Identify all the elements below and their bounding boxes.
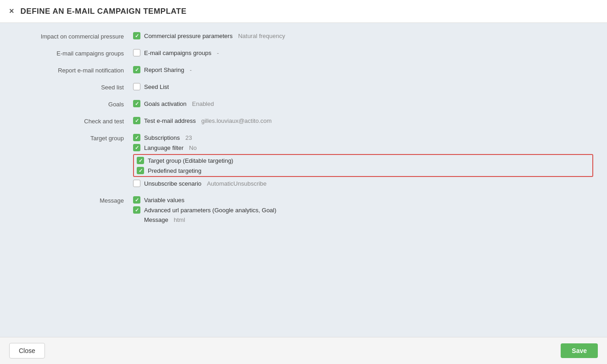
item-value: - bbox=[217, 50, 219, 56]
item-label: Variable values bbox=[144, 197, 184, 204]
item-label: Target group (Editable targeting) bbox=[148, 157, 233, 164]
modal-title: DEFINE AN E-MAIL CAMPAIGN TEMPLATE bbox=[21, 7, 187, 16]
item-label: Language filter bbox=[144, 144, 184, 151]
form-content: Subscriptions23Language filterNoTarget g… bbox=[133, 134, 593, 187]
checkbox-checked[interactable] bbox=[133, 134, 140, 141]
item-label: Message bbox=[144, 216, 168, 223]
item-value: Natural frequency bbox=[238, 33, 285, 39]
form-row: Check and testTest e-mail addressgilles.… bbox=[14, 112, 593, 129]
item-label: Subscriptions bbox=[144, 134, 180, 141]
checkbox-unchecked[interactable] bbox=[133, 83, 140, 90]
form-label: Target group bbox=[14, 134, 133, 142]
item-value: Enabled bbox=[192, 100, 214, 107]
form-label: Goals bbox=[14, 100, 133, 108]
item-value: 23 bbox=[185, 134, 192, 141]
checkbox-checked[interactable] bbox=[133, 206, 140, 214]
item-label: Goals activation bbox=[144, 100, 187, 107]
checkbox-unchecked[interactable] bbox=[133, 49, 140, 56]
item-label: Predefined targeting bbox=[148, 167, 201, 174]
item-value: No bbox=[189, 144, 197, 151]
item-label: E-mail campaigns groups bbox=[144, 50, 212, 56]
form-item: Target group (Editable targeting) bbox=[137, 157, 590, 164]
form-item: Seed List bbox=[133, 83, 593, 90]
checkbox-checked[interactable] bbox=[133, 144, 140, 151]
form-item: Unsubscribe scenarioAutomaticUnsubscribe bbox=[133, 180, 593, 187]
item-label: Report Sharing bbox=[144, 66, 184, 73]
form-content: Commercial pressure parametersNatural fr… bbox=[133, 32, 593, 39]
form-row: Report e-mail notificationReport Sharing… bbox=[14, 61, 593, 78]
checkbox-checked[interactable] bbox=[133, 117, 140, 124]
form-content: Variable valuesAdvanced url parameters (… bbox=[133, 196, 593, 223]
form-content: Goals activationEnabled bbox=[133, 100, 593, 107]
close-x-icon[interactable]: × bbox=[9, 6, 14, 16]
form-content: Report Sharing- bbox=[133, 66, 593, 73]
form-item: Predefined targeting bbox=[137, 167, 590, 174]
checkbox-checked[interactable] bbox=[137, 157, 144, 164]
checkbox-unchecked[interactable] bbox=[133, 180, 140, 187]
form-item: Test e-mail addressgilles.louviaux@actit… bbox=[133, 117, 593, 124]
modal-header: × DEFINE AN E-MAIL CAMPAIGN TEMPLATE bbox=[0, 0, 607, 23]
item-label: Commercial pressure parameters bbox=[144, 33, 233, 39]
item-label: Seed List bbox=[144, 83, 169, 90]
item-label: Unsubscribe scenario bbox=[144, 180, 201, 187]
form-item: Messagehtml bbox=[133, 216, 593, 223]
form-content: Seed List bbox=[133, 83, 593, 90]
checkbox-checked[interactable] bbox=[133, 100, 140, 107]
highlight-group: Target group (Editable targeting)Predefi… bbox=[133, 154, 593, 177]
checkbox-checked[interactable] bbox=[133, 196, 140, 204]
form-item: Commercial pressure parametersNatural fr… bbox=[133, 32, 593, 39]
form-row: Impact on commercial pressureCommercial … bbox=[14, 28, 593, 44]
item-value: AutomaticUnsubscribe bbox=[207, 180, 267, 187]
form-item: Variable values bbox=[133, 196, 593, 204]
item-value: - bbox=[189, 66, 191, 73]
form-label: E-mail campaigns groups bbox=[14, 49, 133, 57]
form-item: Goals activationEnabled bbox=[133, 100, 593, 107]
form-item: Advanced url parameters (Google analytic… bbox=[133, 206, 593, 214]
item-label: Test e-mail address bbox=[144, 117, 196, 124]
item-value: html bbox=[174, 216, 185, 223]
form-content: Test e-mail addressgilles.louviaux@actit… bbox=[133, 117, 593, 124]
form-row: Seed listSeed List bbox=[14, 78, 593, 95]
form-row: Target groupSubscriptions23Language filt… bbox=[14, 129, 593, 192]
item-label: Advanced url parameters (Google analytic… bbox=[144, 207, 276, 214]
form-row: E-mail campaigns groupsE-mail campaigns … bbox=[14, 44, 593, 61]
form-item: Report Sharing- bbox=[133, 66, 593, 73]
checkbox-checked[interactable] bbox=[133, 32, 140, 39]
form-item: Subscriptions23 bbox=[133, 134, 593, 141]
modal-body: Impact on commercial pressureCommercial … bbox=[0, 23, 607, 337]
form-label: Seed list bbox=[14, 83, 133, 91]
form-label: Check and test bbox=[14, 117, 133, 125]
form-content: E-mail campaigns groups- bbox=[133, 49, 593, 56]
save-button[interactable]: Save bbox=[561, 343, 598, 358]
close-button[interactable]: Close bbox=[9, 343, 45, 358]
form-label: Report e-mail notification bbox=[14, 66, 133, 74]
form-row: MessageVariable valuesAdvanced url param… bbox=[14, 192, 593, 228]
form-label: Message bbox=[14, 196, 133, 204]
form-label: Impact on commercial pressure bbox=[14, 32, 133, 40]
checkbox-checked[interactable] bbox=[133, 66, 140, 73]
form-item: E-mail campaigns groups- bbox=[133, 49, 593, 56]
form-row: GoalsGoals activationEnabled bbox=[14, 95, 593, 112]
checkbox-checked[interactable] bbox=[137, 167, 144, 174]
form-item: Language filterNo bbox=[133, 144, 593, 151]
modal-footer: Close Save bbox=[0, 337, 607, 364]
item-value: gilles.louviaux@actito.com bbox=[201, 117, 272, 124]
